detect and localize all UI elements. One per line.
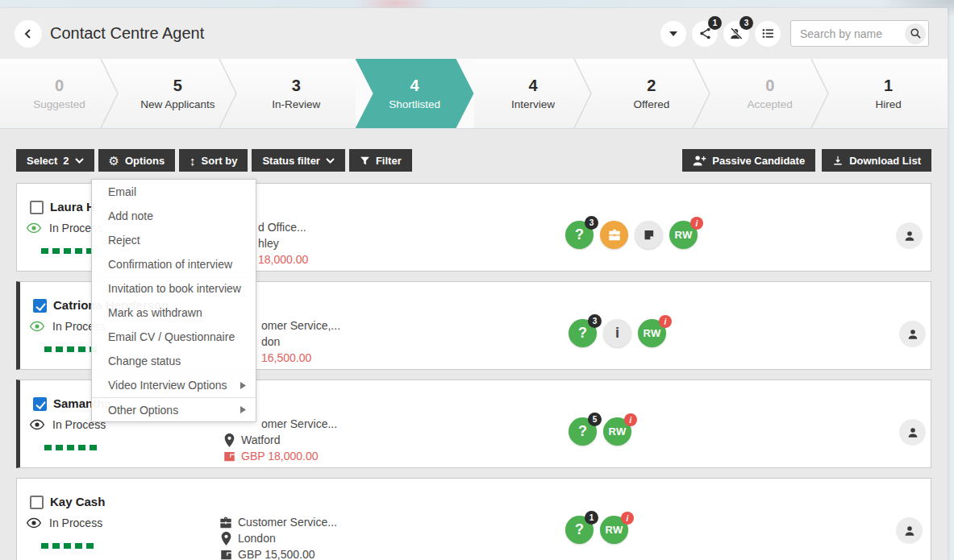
questionnaire-badge[interactable]: ?5 [569,417,597,446]
questionnaire-badge[interactable]: ?3 [569,319,597,347]
wallet-icon [223,451,235,462]
pipeline-stage-in-review[interactable]: 3 In-Review [237,59,356,128]
menu-item-change-status[interactable]: Change status [92,349,256,373]
menu-item-label: Mark as withdrawn [108,306,202,319]
app-window: Contact Centre Agent 1 3 [0,8,948,560]
search-input[interactable] [791,27,905,40]
stage-count: 0 [765,77,774,94]
pipeline-stage-new-applicants[interactable]: 5 New Applicants [119,59,237,128]
menu-item-label: Video Interview Options [108,379,227,392]
menu-item-video-interview-options[interactable]: Video Interview Options [92,373,256,397]
pipeline-stage-hired[interactable]: 1 Hired [829,59,948,128]
candidate-checkbox[interactable] [30,201,44,214]
pipeline-stage-offered[interactable]: 2 Offered [592,59,710,128]
detail-line: Customer Service... [219,514,337,530]
avatar[interactable] [899,321,926,347]
filter-button[interactable]: Filter [349,149,412,172]
pipeline-stage-accepted[interactable]: 0 Accepted [710,59,829,128]
more-actions-caret-button[interactable] [660,21,686,47]
chevron-down-icon [326,158,335,164]
note-badge[interactable] [635,221,663,249]
candidate-name[interactable]: Kay Cash [50,495,105,508]
list-view-button[interactable] [755,21,781,47]
pipeline-stage-interview[interactable]: 4 Interview [474,59,593,128]
candidate-badges: ?3RWi [565,221,698,249]
menu-item-label: Confirmation of interview [108,258,232,271]
funnel-icon [360,156,370,166]
profile-rw-badge[interactable]: RWi [638,319,666,347]
download-list-button[interactable]: Download List [822,149,931,172]
pipeline-stages: 0 Suggested 5 New Applicants 3 In-Review… [0,59,948,129]
info-flag-badge: i [624,413,637,426]
info-badge[interactable]: i [603,319,631,347]
candidate-details: Customer Service...LondonGBP 15,500.00 [219,514,337,560]
avatar[interactable] [896,222,923,249]
download-icon [832,155,844,166]
status-filter-label: Status filter [262,155,320,167]
back-button[interactable] [15,20,42,48]
header-actions: 1 3 [655,20,929,47]
menu-item-mark-as-withdrawn[interactable]: Mark as withdrawn [92,301,256,325]
menu-item-other-options[interactable]: Other Options [92,397,256,421]
gear-icon: ⚙ [109,155,119,167]
profile-rw-badge[interactable]: RWi [603,417,631,446]
status-filter-button[interactable]: Status filter [252,149,345,172]
briefcase-badge[interactable] [600,221,628,249]
page-title: Contact Centre Agent [50,24,204,43]
download-list-label: Download List [849,155,921,167]
chevron-down-icon [75,158,84,164]
candidate-badges: ?3iRWi [569,319,666,347]
eye-icon [29,419,45,430]
count-badge: 1 [585,511,598,525]
share-icon [698,27,712,40]
stage-count: 1 [884,77,893,94]
count-badge: 5 [588,413,602,426]
select-button[interactable]: Select 2 [16,149,94,172]
candidate-checkbox[interactable] [30,496,44,509]
menu-item-reject[interactable]: Reject [92,228,256,252]
info-flag-badge: i [690,217,703,230]
sort-by-label: Sort by [202,155,238,167]
stage-label: In-Review [272,98,320,110]
candidate-row[interactable]: Kay Cash In Process Customer Service...L… [16,478,931,560]
candidate-name[interactable]: Laura H [50,200,95,214]
candidate-checkbox[interactable] [33,299,47,313]
menu-item-add-note[interactable]: Add note [92,204,256,228]
passive-candidate-button[interactable]: Passive Candidate [682,149,815,172]
profile-rw-badge[interactable]: RWi [600,516,628,544]
detail-line: GBP 15,500.00 [219,546,337,560]
avatar[interactable] [896,517,923,544]
stage-label: New Applicants [140,98,215,110]
menu-item-confirmation-of-interview[interactable]: Confirmation of interview [92,252,256,276]
options-button[interactable]: ⚙ Options [98,149,176,172]
profile-rw-badge[interactable]: RWi [669,221,698,249]
stage-label: Offered [633,98,669,110]
submenu-arrow-icon [240,382,246,389]
search-button[interactable] [905,23,926,44]
menu-item-email-cv-questionnaire[interactable]: Email CV / Questionnaire [92,325,256,349]
stage-label: Shortlisted [389,98,440,110]
briefcase-icon [219,516,232,529]
eye-icon [29,321,45,332]
menu-item-email[interactable]: Email [92,180,256,204]
menu-item-invitation-to-book-interview[interactable]: Invitation to book interview [92,276,256,301]
candidate-badges: ?5RWi [569,417,631,446]
wallet-icon [219,550,232,560]
questionnaire-badge[interactable]: ?3 [565,221,594,249]
stage-label: Suggested [33,98,85,110]
toolbar-right: Passive Candidate Download List [676,149,931,172]
stage-label: Hired [875,98,901,110]
avatar[interactable] [899,419,926,446]
menu-item-label: Reject [108,234,140,247]
candidate-checkbox[interactable] [33,397,47,411]
sort-by-button[interactable]: ↕ Sort by [179,149,248,172]
pipeline-stage-suggested[interactable]: 0 Suggested [0,59,119,128]
stage-count: 4 [528,77,537,94]
pipeline-stage-shortlisted[interactable]: 4 Shortlisted [356,59,474,128]
candidate-status-line: In Process [26,516,102,529]
stage-count: 0 [55,77,64,94]
eye-icon [26,222,42,234]
menu-item-label: Email CV / Questionnaire [108,330,235,343]
candidate-badges: ?1RWi [565,516,628,544]
questionnaire-badge[interactable]: ?1 [565,516,594,544]
